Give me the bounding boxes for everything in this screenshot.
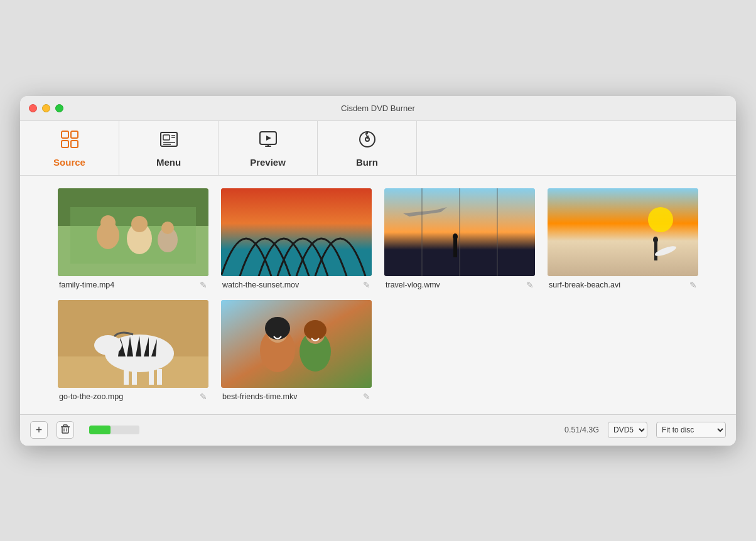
svg-point-25 [161,222,174,234]
tab-burn[interactable]: Burn [318,121,417,175]
svg-rect-0 [62,131,68,138]
edit-icon[interactable]: ✎ [526,280,534,290]
video-item[interactable]: watch-the-sunset.mov ✎ [221,188,372,290]
svg-point-34 [648,207,673,232]
video-item[interactable]: travel-vlog.wmv ✎ [384,188,535,290]
add-icon: + [36,424,43,437]
video-item[interactable]: family-time.mp4 ✎ [58,188,208,290]
svg-point-21 [100,215,116,230]
menu-label: Menu [156,157,181,168]
video-thumbnail [548,188,698,276]
disc-type-select[interactable]: DVD5 DVD9 [608,422,647,438]
titlebar: Cisdem DVD Burner [20,96,736,121]
statusbar: + 0.51/4.3G DVD5 DVD9 Fit to disc [20,414,736,446]
edit-icon[interactable]: ✎ [200,392,207,402]
svg-point-51 [265,317,290,340]
maximize-button[interactable] [55,104,63,112]
svg-rect-53 [62,427,68,433]
svg-rect-28 [453,238,457,257]
source-label: Source [53,157,85,168]
svg-rect-35 [654,242,657,260]
menu-icon [159,130,178,153]
video-info: best-friends-time.mkv ✎ [221,388,372,402]
storage-label: 0.51/4.3G [564,426,599,434]
edit-icon[interactable]: ✎ [689,280,697,290]
svg-point-14 [360,132,375,147]
progress-bar-fill [89,426,111,434]
svg-rect-26 [221,188,372,276]
fit-mode-select[interactable]: Fit to disc Best quality No transcoding [656,422,726,438]
svg-rect-43 [149,369,154,385]
svg-rect-2 [62,141,68,147]
svg-rect-41 [124,369,129,385]
video-name: watch-the-sunset.mov [222,281,299,289]
video-name: surf-break-beach.avi [549,281,620,289]
window-controls [29,104,63,112]
svg-point-23 [131,216,148,232]
svg-point-29 [453,233,458,240]
window-title: Cisdem DVD Burner [341,104,415,113]
source-icon [60,130,79,153]
video-name: best-friends-time.mkv [222,392,297,401]
video-name: go-to-the-zoo.mpg [59,392,123,401]
edit-icon[interactable]: ✎ [200,280,207,290]
video-info: travel-vlog.wmv ✎ [384,276,535,290]
video-info: watch-the-sunset.mov ✎ [221,276,372,290]
video-item[interactable]: surf-break-beach.avi ✎ [548,188,698,290]
preview-label: Preview [250,157,286,168]
close-button[interactable] [29,104,37,112]
edit-icon[interactable]: ✎ [363,280,370,290]
edit-icon[interactable]: ✎ [363,392,370,402]
svg-rect-46 [221,300,372,388]
progress-bar-track [89,426,139,434]
tab-preview[interactable]: Preview [219,121,318,175]
svg-rect-44 [157,369,162,385]
video-name: family-time.mp4 [59,281,114,289]
svg-point-45 [94,335,122,355]
main-window: Cisdem DVD Burner Source [20,96,736,446]
svg-marker-11 [266,136,271,141]
svg-point-15 [365,137,369,141]
toolbar: Source Menu [20,121,736,176]
video-thumbnail [58,300,208,388]
svg-point-36 [653,237,658,243]
delete-button[interactable] [57,421,74,439]
burn-label: Burn [356,157,378,168]
preview-icon [259,130,278,153]
svg-rect-55 [63,425,67,427]
minimize-button[interactable] [42,104,50,112]
tab-menu[interactable]: Menu [119,121,219,175]
video-item[interactable]: best-friends-time.mkv ✎ [221,300,372,402]
video-grid: family-time.mp4 ✎ [58,188,698,402]
svg-rect-33 [548,188,698,276]
tab-source[interactable]: Source [20,121,119,175]
content-area: family-time.mp4 ✎ [20,176,736,414]
video-thumbnail [221,300,372,388]
video-info: family-time.mp4 ✎ [58,276,208,290]
video-item[interactable]: go-to-the-zoo.mpg ✎ [58,300,208,402]
video-thumbnail [58,188,208,276]
svg-rect-3 [71,141,78,147]
video-info: surf-break-beach.avi ✎ [548,276,698,290]
svg-rect-42 [132,369,137,385]
video-thumbnail [221,188,372,276]
video-thumbnail [384,188,535,276]
svg-rect-1 [71,131,78,138]
video-name: travel-vlog.wmv [386,281,440,289]
video-info: go-to-the-zoo.mpg ✎ [58,388,208,402]
svg-point-52 [304,320,327,340]
add-button[interactable]: + [30,421,48,439]
svg-rect-5 [163,135,170,140]
burn-icon [358,130,377,153]
trash-icon [60,424,70,437]
